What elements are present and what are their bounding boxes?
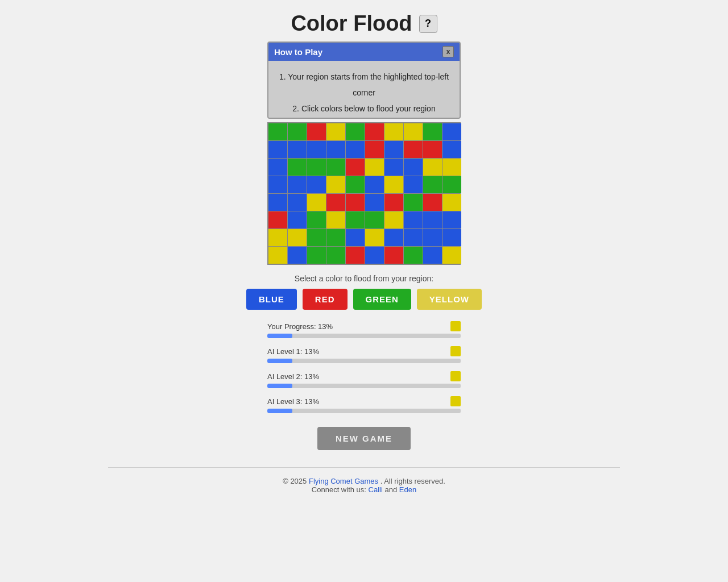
progress-row: AI Level 3: 13% xyxy=(267,396,461,413)
grid-cell xyxy=(404,176,423,193)
grid-cell xyxy=(404,247,423,264)
grid-cell xyxy=(365,123,384,140)
grid-cell xyxy=(307,123,326,140)
footer: © 2025 Flying Comet Games . All rights r… xyxy=(108,467,620,498)
grid-cell xyxy=(442,123,461,140)
grid-cell xyxy=(365,176,384,193)
grid-cell xyxy=(288,211,307,228)
grid-cell xyxy=(288,194,307,211)
grid-cell xyxy=(384,159,403,176)
instruction-2: 2. Click colors below to flood your regi… xyxy=(278,101,450,117)
copyright: © 2025 xyxy=(283,477,307,485)
grid-cell xyxy=(404,159,423,176)
grid-cell xyxy=(384,229,403,246)
help-button[interactable]: ? xyxy=(419,15,437,33)
grid-cell xyxy=(423,211,442,228)
grid-cell xyxy=(288,229,307,246)
grid-cell xyxy=(365,211,384,228)
game-title: Color Flood xyxy=(291,11,412,36)
grid-cell xyxy=(404,141,423,158)
grid-cell xyxy=(365,229,384,246)
yellow-button[interactable]: YELLOW xyxy=(417,289,482,310)
how-to-play-modal: How to Play x 1. Your region starts from… xyxy=(267,41,461,119)
grid-cell xyxy=(307,141,326,158)
grid-cell xyxy=(442,159,461,176)
grid-cell xyxy=(326,229,345,246)
grid-cell xyxy=(326,141,345,158)
progress-bar-bg xyxy=(267,384,461,388)
grid-cell xyxy=(384,247,403,264)
progress-label: Your Progress: 13% xyxy=(267,322,333,331)
grid-cell xyxy=(442,247,461,264)
grid-cell xyxy=(346,141,365,158)
game-area xyxy=(267,122,461,274)
progress-bar-bg xyxy=(267,334,461,338)
progress-label: AI Level 1: 13% xyxy=(267,347,319,356)
grid-cell xyxy=(346,176,365,193)
grid-cell xyxy=(384,211,403,228)
grid-cell xyxy=(326,176,345,193)
grid-cell xyxy=(365,194,384,211)
grid-cell xyxy=(442,229,461,246)
company-link[interactable]: Flying Comet Games xyxy=(309,477,378,485)
grid-cell xyxy=(442,194,461,211)
grid-cell xyxy=(268,159,287,176)
grid-cell xyxy=(423,123,442,140)
progress-bar-fill xyxy=(267,334,292,338)
grid-cell xyxy=(384,194,403,211)
grid-cell xyxy=(288,247,307,264)
grid-cell xyxy=(423,194,442,211)
grid-cell xyxy=(307,247,326,264)
progress-bar-fill xyxy=(267,384,292,388)
progress-label: AI Level 2: 13% xyxy=(267,372,319,381)
grid-cell xyxy=(346,159,365,176)
green-button[interactable]: GREEN xyxy=(353,289,411,310)
grid-cell xyxy=(307,159,326,176)
modal-header: How to Play x xyxy=(268,43,460,61)
grid-cell xyxy=(326,159,345,176)
grid-cell xyxy=(423,141,442,158)
grid-cell xyxy=(307,176,326,193)
progress-bar-bg xyxy=(267,359,461,363)
progress-color-box xyxy=(450,321,461,331)
modal-body: 1. Your region starts from the highlight… xyxy=(268,61,460,118)
grid-cell xyxy=(365,159,384,176)
calli-link[interactable]: Calli xyxy=(369,485,383,494)
grid-cell xyxy=(442,211,461,228)
progress-color-box xyxy=(450,396,461,406)
new-game-button[interactable]: NEW GAME xyxy=(317,427,411,450)
grid-cell xyxy=(288,123,307,140)
grid-cell xyxy=(307,211,326,228)
grid-cell xyxy=(326,194,345,211)
grid-cell xyxy=(423,247,442,264)
grid-cell xyxy=(423,229,442,246)
progress-area: Your Progress: 13%AI Level 1: 13%AI Leve… xyxy=(267,321,461,413)
modal-title: How to Play xyxy=(274,47,322,57)
grid-cell xyxy=(307,229,326,246)
red-button[interactable]: RED xyxy=(303,289,348,310)
grid-cell xyxy=(268,123,287,140)
game-grid xyxy=(267,122,461,265)
grid-cell xyxy=(346,229,365,246)
blue-button[interactable]: BLUE xyxy=(246,289,297,310)
progress-bar-bg xyxy=(267,409,461,413)
progress-label: AI Level 3: 13% xyxy=(267,397,319,406)
color-select-label: Select a color to flood from your region… xyxy=(295,274,433,283)
grid-cell xyxy=(268,211,287,228)
modal-close-button[interactable]: x xyxy=(442,46,454,57)
grid-cell xyxy=(307,194,326,211)
grid-cell xyxy=(288,141,307,158)
grid-cell xyxy=(268,247,287,264)
grid-cell xyxy=(423,159,442,176)
grid-cell xyxy=(365,247,384,264)
grid-cell xyxy=(365,141,384,158)
grid-cell xyxy=(288,176,307,193)
grid-cell xyxy=(268,141,287,158)
eden-link[interactable]: Eden xyxy=(399,485,416,494)
grid-cell xyxy=(384,141,403,158)
progress-row: AI Level 1: 13% xyxy=(267,346,461,363)
grid-cell xyxy=(384,123,403,140)
grid-cell xyxy=(442,141,461,158)
grid-cell xyxy=(268,194,287,211)
connect-text: Connect with us: xyxy=(312,485,366,494)
